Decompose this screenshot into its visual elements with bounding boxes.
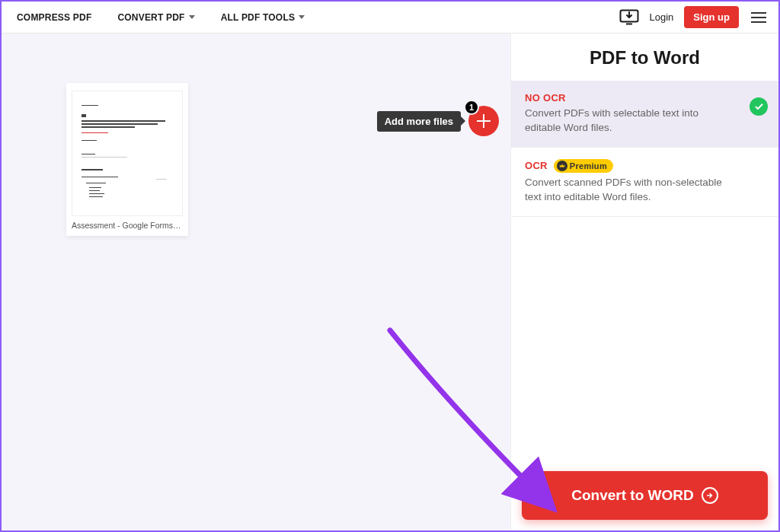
main: Assessment - Google Forms.pdf Add more f… — [2, 33, 778, 530]
crown-icon — [557, 161, 567, 171]
spacer — [511, 217, 778, 471]
option-heading: NO OCR — [525, 92, 737, 104]
options-sidebar: PDF to Word NO OCR Convert PDFs with sel… — [510, 33, 778, 530]
nav-right: Login Sign up — [619, 6, 768, 28]
premium-badge: Premium — [554, 159, 613, 173]
premium-label: Premium — [570, 161, 607, 170]
add-more-tooltip: Add more files — [377, 111, 461, 132]
file-card[interactable]: Assessment - Google Forms.pdf — [66, 83, 188, 236]
file-thumbnail — [72, 91, 183, 216]
convert-label: Convert to WORD — [571, 487, 693, 504]
option-desc: Convert PDFs with selectable text into e… — [525, 107, 737, 135]
file-name: Assessment - Google Forms.pdf — [72, 221, 183, 230]
arrow-right-icon — [702, 487, 718, 504]
sidebar-title: PDF to Word — [511, 33, 778, 81]
check-icon — [750, 97, 768, 116]
convert-button[interactable]: Convert to WORD — [522, 471, 768, 520]
file-canvas: Assessment - Google Forms.pdf Add more f… — [2, 33, 510, 530]
nav-compress-label: COMPRESS PDF — [17, 12, 91, 23]
nav-convert-label: CONVERT PDF — [117, 12, 184, 23]
signup-button[interactable]: Sign up — [684, 6, 739, 28]
add-file-button[interactable]: 1 — [468, 106, 499, 136]
chevron-down-icon — [189, 15, 195, 19]
top-nav: COMPRESS PDF CONVERT PDF ALL PDF TOOLS L… — [2, 2, 778, 33]
file-count-badge: 1 — [464, 100, 479, 115]
nav-alltools-label: ALL PDF TOOLS — [221, 12, 296, 23]
nav-compress-pdf[interactable]: COMPRESS PDF — [17, 12, 91, 23]
login-link[interactable]: Login — [650, 11, 674, 23]
nav-all-tools[interactable]: ALL PDF TOOLS — [221, 12, 305, 23]
option-desc: Convert scanned PDFs with non-selectable… — [525, 176, 737, 205]
nav-left: COMPRESS PDF CONVERT PDF ALL PDF TOOLS — [17, 12, 305, 23]
svg-rect-1 — [626, 23, 632, 24]
chevron-down-icon — [299, 15, 305, 19]
option-heading: OCR Premium — [525, 159, 737, 173]
add-more-group: Add more files 1 — [377, 106, 499, 136]
option-ocr[interactable]: OCR Premium Convert scanned PDFs with no… — [511, 148, 778, 217]
option-no-ocr[interactable]: NO OCR Convert PDFs with selectable text… — [511, 81, 778, 148]
option-ocr-label: OCR — [525, 160, 548, 171]
hamburger-menu-icon[interactable] — [750, 11, 768, 24]
download-desktop-icon[interactable] — [619, 9, 639, 26]
nav-convert-pdf[interactable]: CONVERT PDF — [117, 12, 194, 23]
